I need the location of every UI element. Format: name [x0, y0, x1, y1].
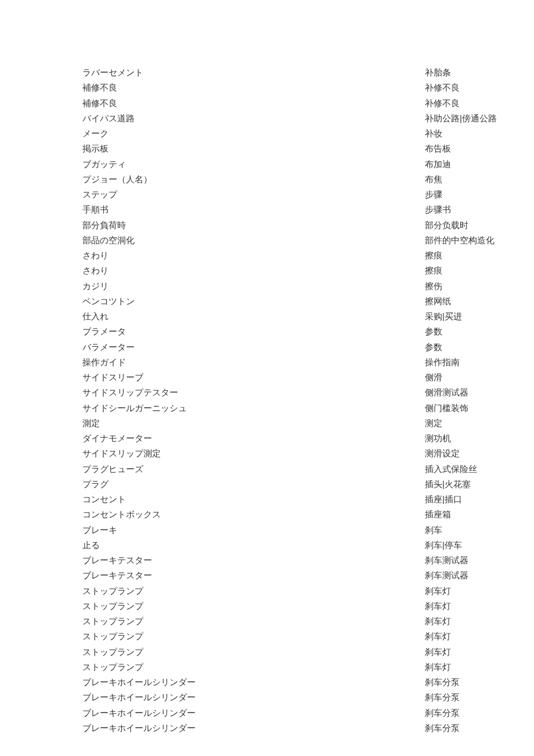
- glossary-row: ストップランプ刹车灯: [82, 599, 514, 614]
- japanese-term: ブラメータ: [82, 324, 425, 339]
- glossary-row: ストップランプ刹车灯: [82, 614, 514, 629]
- chinese-term: 刹车分泵: [425, 690, 514, 705]
- japanese-term: ブレーキホイールシリンダー: [82, 675, 425, 690]
- japanese-term: 操作ガイド: [82, 355, 425, 370]
- japanese-term: ブレーキテスター: [82, 568, 425, 583]
- japanese-term: ブレーキ: [82, 523, 425, 538]
- chinese-term: 测滑设定: [425, 446, 514, 461]
- chinese-term: 部分负载时: [425, 218, 514, 233]
- chinese-term: 侧滑测试器: [425, 385, 514, 400]
- chinese-term: 刹车灯: [425, 584, 514, 599]
- japanese-term: プジョー（人名）: [82, 172, 425, 187]
- glossary-row: ブレーキテスター刹车测试器: [82, 568, 514, 583]
- japanese-term: 部品の空洞化: [82, 233, 425, 248]
- chinese-term: 测功机: [425, 431, 514, 446]
- japanese-term: 部分負荷時: [82, 218, 425, 233]
- chinese-term: 刹车: [425, 523, 514, 538]
- japanese-term: ステップ: [82, 187, 425, 202]
- chinese-term: 刹车|停车: [425, 538, 514, 553]
- glossary-row: さわり擦痕: [82, 248, 514, 263]
- chinese-term: 布加迪: [425, 157, 514, 172]
- chinese-term: 测定: [425, 416, 514, 431]
- japanese-term: ストップランプ: [82, 584, 425, 599]
- glossary-row: ブレーキホイールシリンダー刹车分泵: [82, 705, 514, 721]
- chinese-term: 刹车灯: [425, 660, 514, 675]
- chinese-term: 补修不良: [425, 96, 514, 111]
- glossary-row: サイドシールガーニッシュ侧门槛装饰: [82, 401, 514, 416]
- chinese-term: 步骤: [425, 187, 514, 202]
- chinese-term: 擦网纸: [425, 294, 514, 309]
- glossary-row: ブガッティ布加迪: [82, 157, 514, 172]
- chinese-term: 布焦: [425, 172, 514, 187]
- glossary-row: 部分負荷時部分负载时: [82, 218, 514, 233]
- glossary-row: ブレーキテスター刹车测试器: [82, 553, 514, 568]
- chinese-term: 刹车灯: [425, 599, 514, 614]
- glossary-row: さわり擦痕: [82, 263, 514, 278]
- glossary-row: ベンコツトン擦网纸: [82, 294, 514, 309]
- japanese-term: バイパス道路: [82, 111, 425, 126]
- glossary-row: カジリ擦伤: [82, 279, 514, 294]
- glossary-row: 補修不良补修不良: [82, 80, 514, 95]
- chinese-term: 补妆: [425, 126, 514, 141]
- glossary-row: コンセント插座|插口: [82, 492, 514, 507]
- chinese-term: 插座箱: [425, 507, 514, 522]
- japanese-term: 止る: [82, 538, 425, 553]
- chinese-term: 刹车分泵: [425, 705, 514, 721]
- chinese-term: 擦伤: [425, 279, 514, 294]
- japanese-term: コンセントボックス: [82, 507, 425, 522]
- glossary-row: ストップランプ刹车灯: [82, 660, 514, 675]
- glossary-row: ステップ步骤: [82, 187, 514, 202]
- glossary-table: ラバーセメント补胎条補修不良补修不良補修不良补修不良バイパス道路补助公路|傍通公…: [82, 65, 514, 736]
- japanese-term: サイドスリップ測定: [82, 446, 425, 461]
- glossary-row: ラバーセメント补胎条: [82, 65, 514, 80]
- japanese-term: ブレーキテスター: [82, 553, 425, 568]
- chinese-term: 刹车灯: [425, 645, 514, 660]
- chinese-term: 参数: [425, 340, 514, 355]
- chinese-term: 插座|插口: [425, 492, 514, 507]
- japanese-term: ストップランプ: [82, 645, 425, 660]
- chinese-term: 刹车灯: [425, 614, 514, 629]
- document-page: ラバーセメント补胎条補修不良补修不良補修不良补修不良バイパス道路补助公路|傍通公…: [0, 0, 534, 756]
- glossary-row: サイドスリップ測定测滑设定: [82, 446, 514, 461]
- glossary-row: 測定测定: [82, 416, 514, 431]
- glossary-row: 掲示板布告板: [82, 141, 514, 156]
- chinese-term: 部件的中空构造化: [425, 233, 514, 248]
- glossary-row: メーク补妆: [82, 126, 514, 141]
- chinese-term: 插入式保险丝: [425, 462, 514, 477]
- glossary-row: ブラメータ参数: [82, 324, 514, 339]
- japanese-term: ブレーキホイールシリンダー: [82, 721, 425, 736]
- japanese-term: 手順书: [82, 202, 425, 217]
- japanese-term: バラメーター: [82, 340, 425, 355]
- japanese-term: 測定: [82, 416, 425, 431]
- glossary-row: サイドスリーブ侧滑: [82, 370, 514, 385]
- chinese-term: 插头|火花塞: [425, 477, 514, 492]
- japanese-term: 仕入れ: [82, 309, 425, 324]
- chinese-term: 侧门槛装饰: [425, 401, 514, 416]
- glossary-row: プラグ插头|火花塞: [82, 477, 514, 492]
- chinese-term: 布告板: [425, 141, 514, 156]
- japanese-term: コンセント: [82, 492, 425, 507]
- chinese-term: 操作指南: [425, 355, 514, 370]
- glossary-row: 仕入れ采购|买进: [82, 309, 514, 324]
- glossary-row: 手順书步骤书: [82, 202, 514, 217]
- chinese-term: 补助公路|傍通公路: [425, 111, 514, 126]
- japanese-term: カジリ: [82, 279, 425, 294]
- japanese-term: ベンコツトン: [82, 294, 425, 309]
- japanese-term: さわり: [82, 248, 425, 263]
- glossary-row: ストップランプ刹车灯: [82, 645, 514, 660]
- glossary-row: 補修不良补修不良: [82, 96, 514, 111]
- glossary-row: ブレーキホイールシリンダー刹车分泵: [82, 690, 514, 705]
- glossary-row: バラメーター参数: [82, 340, 514, 355]
- chinese-term: 补胎条: [425, 65, 514, 80]
- japanese-term: ブガッティ: [82, 157, 425, 172]
- glossary-row: 操作ガイド操作指南: [82, 355, 514, 370]
- japanese-term: プラグ: [82, 477, 425, 492]
- glossary-row: ストップランプ刹车灯: [82, 629, 514, 644]
- japanese-term: ストップランプ: [82, 660, 425, 675]
- glossary-row: プラグヒューズ插入式保险丝: [82, 462, 514, 477]
- chinese-term: 侧滑: [425, 370, 514, 385]
- chinese-term: 刹车分泵: [425, 721, 514, 736]
- japanese-term: ラバーセメント: [82, 65, 425, 80]
- japanese-term: ストップランプ: [82, 614, 425, 629]
- japanese-term: メーク: [82, 126, 425, 141]
